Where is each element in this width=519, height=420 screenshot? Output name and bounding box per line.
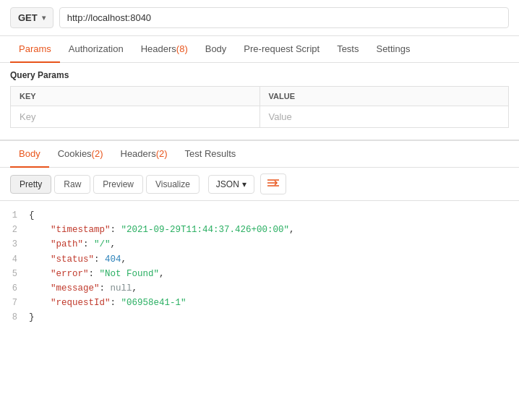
- code-line-5: 5 "error": "Not Found",: [0, 267, 519, 281]
- url-bar: GET ▾: [0, 0, 519, 36]
- code-line-2: 2 "timestamp": "2021-09-29T11:44:37.426+…: [0, 223, 519, 237]
- btn-visualize[interactable]: Visualize: [146, 175, 200, 194]
- tab-response-body[interactable]: Body: [10, 141, 49, 168]
- tab-body[interactable]: Body: [197, 36, 236, 63]
- response-section: Body Cookies(2) Headers(2) Test Results …: [0, 140, 519, 333]
- format-select[interactable]: JSON ▾: [208, 175, 254, 194]
- request-tabs: Params Authorization Headers(8) Body Pre…: [0, 36, 519, 63]
- col-header-value: VALUE: [260, 87, 509, 106]
- btn-preview[interactable]: Preview: [93, 175, 143, 194]
- code-line-7: 7 "requestId": "06958e41-1": [0, 296, 519, 310]
- format-chevron-icon: ▾: [242, 179, 246, 189]
- wrap-button[interactable]: [260, 173, 286, 194]
- body-toolbar: Pretty Raw Preview Visualize JSON ▾: [0, 168, 519, 201]
- tab-response-cookies[interactable]: Cookies(2): [49, 141, 112, 168]
- code-line-4: 4 "status": 404,: [0, 252, 519, 267]
- response-tabs: Body Cookies(2) Headers(2) Test Results: [0, 141, 519, 168]
- format-label: JSON: [216, 179, 239, 189]
- params-empty-row: Key Value: [11, 106, 509, 128]
- key-input-placeholder[interactable]: Key: [11, 106, 260, 128]
- query-params-section: Query Params KEY VALUE Key Value: [0, 63, 519, 128]
- code-line-6: 6 "message": null,: [0, 281, 519, 296]
- col-header-key: KEY: [11, 87, 260, 106]
- params-table: KEY VALUE Key Value: [10, 86, 509, 128]
- method-label: GET: [18, 12, 38, 23]
- tab-pre-request-script[interactable]: Pre-request Script: [235, 36, 328, 63]
- tab-response-headers[interactable]: Headers(2): [112, 141, 176, 168]
- tab-authorization[interactable]: Authorization: [60, 36, 132, 63]
- wrap-icon: [267, 178, 280, 188]
- method-chevron-icon: ▾: [42, 14, 46, 22]
- tab-params[interactable]: Params: [10, 36, 60, 63]
- code-line-3: 3 "path": "/",: [0, 237, 519, 252]
- value-input-placeholder[interactable]: Value: [260, 106, 509, 128]
- code-line-8: 8 }: [0, 310, 519, 325]
- code-view: 1 { 2 "timestamp": "2021-09-29T11:44:37.…: [0, 201, 519, 333]
- code-line-1: 1 {: [0, 208, 519, 223]
- btn-raw[interactable]: Raw: [54, 175, 90, 194]
- url-input[interactable]: [59, 7, 509, 28]
- btn-pretty[interactable]: Pretty: [10, 175, 51, 194]
- method-dropdown[interactable]: GET ▾: [10, 7, 53, 28]
- tab-response-test-results[interactable]: Test Results: [176, 141, 245, 168]
- tab-tests[interactable]: Tests: [328, 36, 367, 63]
- query-params-title: Query Params: [10, 70, 509, 80]
- tab-settings[interactable]: Settings: [367, 36, 419, 63]
- tab-headers[interactable]: Headers(8): [132, 36, 197, 63]
